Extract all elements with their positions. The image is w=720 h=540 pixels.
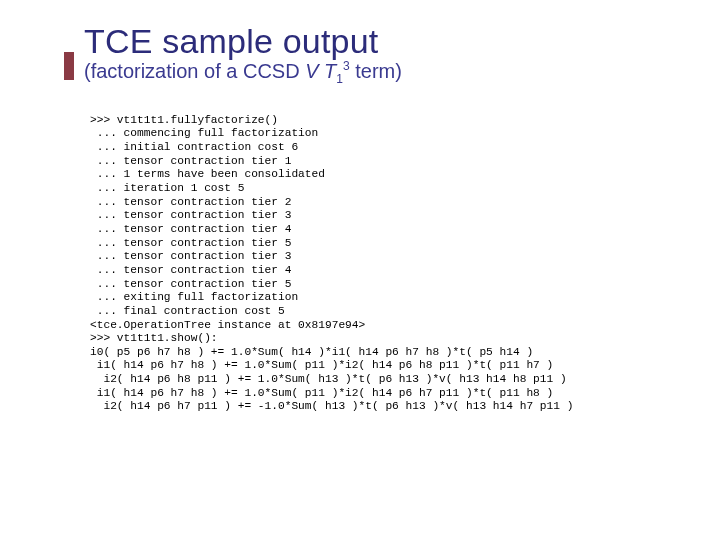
code-line: ... final contraction cost 5 (90, 305, 285, 317)
subtitle-sup: 3 (343, 59, 350, 73)
code-line: ... exiting full factorization (90, 291, 298, 303)
code-line: ... commencing full factorization (90, 127, 318, 139)
code-line: ... tensor contraction tier 3 (90, 209, 291, 221)
subtitle-t: T (324, 60, 336, 82)
title-bullet-bar (64, 52, 74, 80)
code-line: >>> vt1t1t1.fullyfactorize() (90, 114, 278, 126)
code-line: ... tensor contraction tier 3 (90, 250, 291, 262)
code-line: i1( h14 p6 h7 h8 ) += 1.0*Sum( p11 )*i2(… (90, 387, 553, 399)
subtitle-prefix: (factorization of a CCSD (84, 60, 305, 82)
code-line: ... tensor contraction tier 5 (90, 237, 291, 249)
title-block: TCE sample output (factorization of a CC… (84, 22, 672, 86)
code-output: >>> vt1t1t1.fullyfactorize() ... commenc… (90, 114, 672, 414)
code-line: ... tensor contraction tier 1 (90, 155, 291, 167)
slide: TCE sample output (factorization of a CC… (0, 0, 720, 540)
subtitle-v: V (305, 60, 318, 82)
code-line: i0( p5 p6 h7 h8 ) += 1.0*Sum( h14 )*i1( … (90, 346, 533, 358)
subtitle-suffix: term) (350, 60, 402, 82)
code-line: ... tensor contraction tier 2 (90, 196, 291, 208)
code-line: ... tensor contraction tier 4 (90, 264, 291, 276)
code-line: i2( h14 p6 h7 p11 ) += -1.0*Sum( h13 )*t… (90, 400, 573, 412)
code-line: i2( h14 p6 h8 p11 ) += 1.0*Sum( h13 )*t(… (90, 373, 567, 385)
subtitle-sub: 1 (336, 72, 343, 86)
code-line: i1( h14 p6 h7 h8 ) += 1.0*Sum( p11 )*i2(… (90, 359, 553, 371)
code-line: ... 1 terms have been consolidated (90, 168, 325, 180)
code-line: >>> vt1t1t1.show(): (90, 332, 218, 344)
code-line: ... tensor contraction tier 4 (90, 223, 291, 235)
slide-subtitle: (factorization of a CCSD V T13 term) (84, 59, 672, 86)
code-line: ... tensor contraction tier 5 (90, 278, 291, 290)
slide-title: TCE sample output (84, 22, 672, 61)
code-line: ... iteration 1 cost 5 (90, 182, 244, 194)
code-line: <tce.OperationTree instance at 0x8197e94… (90, 319, 365, 331)
code-line: ... initial contraction cost 6 (90, 141, 298, 153)
